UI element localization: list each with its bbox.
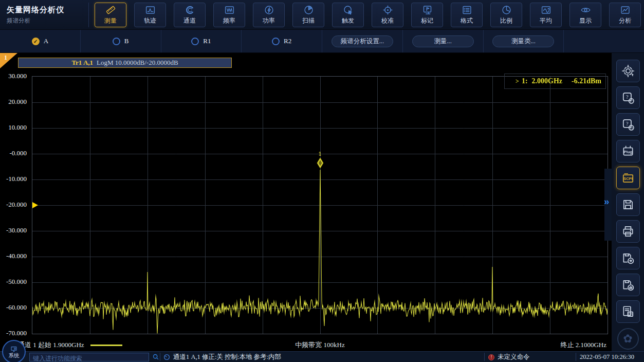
app-title: 矢量网络分析仪 bbox=[7, 5, 88, 15]
y-axis-labels: 30.00020.00010.000-0.000-10.000-20.000-3… bbox=[0, 76, 29, 334]
error-text: 未定义命令 bbox=[498, 353, 530, 361]
toolbar-button-label: 平均 bbox=[540, 16, 552, 25]
app-mode-subtitle: 频谱分析 bbox=[7, 17, 88, 25]
toolbar-button-display[interactable]: 显示 bbox=[569, 3, 601, 27]
function-search-input[interactable] bbox=[30, 355, 149, 362]
receiver-cell: B bbox=[81, 30, 161, 52]
receiver-bar: ✓ABR1R2频谱分析设置...测量...测量类... bbox=[0, 30, 644, 53]
toolbar-button-frequency[interactable]: 频率 bbox=[213, 3, 245, 27]
toolbar-button-calibration[interactable]: 校准 bbox=[372, 3, 403, 27]
toolbar-button-average[interactable]: 平均 bbox=[530, 3, 562, 27]
toolbar-button-label: 通道 bbox=[183, 16, 196, 25]
marker-icon bbox=[422, 5, 433, 15]
marker-1-number: 1 bbox=[318, 150, 322, 157]
channel-corner-tab[interactable] bbox=[0, 53, 17, 68]
toolbar-divider bbox=[88, 3, 89, 27]
toolbar-button-format[interactable]: 格式 bbox=[451, 3, 483, 27]
y-axis-tick-label: -20.000 bbox=[0, 201, 29, 209]
reference-level-arrow[interactable] bbox=[32, 202, 38, 208]
y-axis-tick-label: -60.000 bbox=[0, 303, 29, 312]
average-icon bbox=[541, 5, 551, 15]
receiver-radio-b[interactable]: B bbox=[113, 37, 129, 45]
y-axis-tick-label: -50.000 bbox=[0, 278, 29, 286]
system-button[interactable]: 系统 bbox=[2, 340, 26, 362]
chart-region: 1 Tr1 A,1 LogM 10.0000dB/-20.0000dB 30.0… bbox=[0, 53, 644, 351]
svg-text:?: ? bbox=[625, 120, 628, 126]
toolbar-button-sweep[interactable]: 扫描 bbox=[292, 3, 324, 27]
toolbar-button-scale[interactable]: 比例 bbox=[490, 3, 522, 27]
marker-1-flag[interactable]: 1 bbox=[316, 150, 324, 169]
y-axis-tick-label: -0.000 bbox=[0, 149, 29, 157]
toolbar-button-marker[interactable]: 标记 bbox=[411, 3, 443, 27]
radio-unchecked-icon bbox=[191, 38, 199, 45]
stop-frequency-label: 终止 2.1000GHz bbox=[560, 340, 606, 350]
ruler-icon bbox=[105, 5, 116, 15]
calibration-icon bbox=[382, 5, 393, 15]
toolbar-button-trace[interactable]: 轨迹 bbox=[134, 3, 166, 27]
toolbar-button-label: 功率 bbox=[263, 16, 275, 25]
sidebar-print-button[interactable] bbox=[616, 220, 640, 243]
marker-readout-frequency: 2.000GHz bbox=[532, 77, 563, 85]
channel-number: 1 bbox=[4, 54, 7, 62]
sidebar-language-button[interactable]: En bbox=[616, 300, 640, 323]
toolbar-button-power[interactable]: 功率 bbox=[253, 3, 285, 27]
y-axis-tick-label: 30.000 bbox=[0, 72, 29, 80]
receiver-label: A bbox=[44, 37, 48, 45]
sidebar-settings-help-button[interactable] bbox=[616, 60, 640, 82]
right-sidebar: ?P?HPlugSCPIEn✿ bbox=[612, 53, 644, 351]
receiver-radio-r1[interactable]: R1 bbox=[191, 37, 211, 45]
start-frequency-label: 通道 1 起始 1.9000GHz bbox=[18, 340, 84, 350]
measure-button[interactable]: 测量... bbox=[412, 35, 474, 47]
marker-diamond-icon bbox=[317, 157, 324, 169]
trace-color-swatch bbox=[90, 345, 122, 346]
help-p-icon: ?P bbox=[621, 91, 635, 104]
system-button-label: 系统 bbox=[9, 353, 20, 358]
language-icon: En bbox=[621, 305, 635, 318]
toolbar-button-label: 扫描 bbox=[302, 16, 315, 25]
spectrum-settings-button[interactable]: 频谱分析设置... bbox=[332, 35, 393, 47]
svg-text:En: En bbox=[628, 312, 632, 316]
marker-readout-arrow: > bbox=[516, 78, 519, 85]
trace-name: Tr1 A,1 bbox=[71, 59, 93, 67]
sidebar-save-export-button[interactable] bbox=[616, 247, 640, 269]
display-icon bbox=[580, 5, 591, 15]
menu-cell: 频谱分析设置... bbox=[322, 30, 403, 52]
measure-class-button[interactable]: 测量类... bbox=[492, 35, 554, 47]
toolbar-buttons: 测量轨迹通道频率功率扫描触发校准标记格式比例平均显示分析 bbox=[95, 3, 641, 27]
search-box bbox=[29, 353, 149, 361]
search-icon[interactable] bbox=[152, 353, 159, 360]
sidebar-plugin-button[interactable]: Plug bbox=[616, 140, 640, 162]
help-h-icon: ?H bbox=[621, 118, 635, 131]
toolbar-button-channel[interactable]: 通道 bbox=[174, 3, 206, 27]
radio-unchecked-icon bbox=[272, 38, 280, 45]
receiver-label: B bbox=[124, 37, 129, 45]
receiver-radio-r2[interactable]: R2 bbox=[272, 37, 291, 45]
analysis-icon bbox=[620, 5, 631, 15]
vna-app: 矢量网络分析仪 频谱分析 测量轨迹通道频率功率扫描触发校准标记格式比例平均显示分… bbox=[0, 0, 644, 362]
sidebar-power-button[interactable]: ✿ bbox=[617, 328, 639, 350]
warning-icon: ! bbox=[488, 354, 494, 360]
marker-readout-amplitude: -6.21dBm bbox=[572, 77, 601, 85]
menu-cell: 测量类... bbox=[484, 30, 564, 52]
sidebar-scpi-button[interactable]: SCPI bbox=[616, 167, 640, 189]
toolbar-button-trigger[interactable]: 触发 bbox=[332, 3, 364, 27]
receiver-label: R1 bbox=[203, 37, 211, 45]
clock: 2022-05-07 10:26:30 bbox=[580, 352, 634, 362]
plot-area: > 1: 2.000GHz -6.21dBm 1 bbox=[32, 76, 608, 334]
spectrum-trace-canvas[interactable] bbox=[32, 77, 608, 334]
sidebar-help-h-button[interactable]: ?H bbox=[616, 113, 640, 136]
receiver-cell: R2 bbox=[242, 30, 322, 52]
sidebar-save-stats-button[interactable] bbox=[616, 274, 640, 296]
sidebar-help-p-button[interactable]: ?P bbox=[616, 86, 640, 109]
receiver-radio-a[interactable]: ✓A bbox=[32, 37, 48, 45]
trace-icon bbox=[145, 5, 156, 15]
sidebar-save-button[interactable] bbox=[616, 193, 640, 216]
error-status: ! 未定义命令 bbox=[488, 352, 530, 362]
toolbar-button-label: 显示 bbox=[579, 16, 592, 25]
trace-header-bar[interactable]: Tr1 A,1 LogM 10.0000dB/-20.0000dB bbox=[18, 58, 232, 68]
save-icon bbox=[621, 198, 635, 211]
sidebar-expander[interactable]: » bbox=[601, 195, 612, 208]
toolbar-button-label: 格式 bbox=[461, 16, 473, 25]
toolbar-button-analysis[interactable]: 分析 bbox=[609, 3, 641, 27]
toolbar-button-ruler[interactable]: 测量 bbox=[95, 3, 126, 27]
